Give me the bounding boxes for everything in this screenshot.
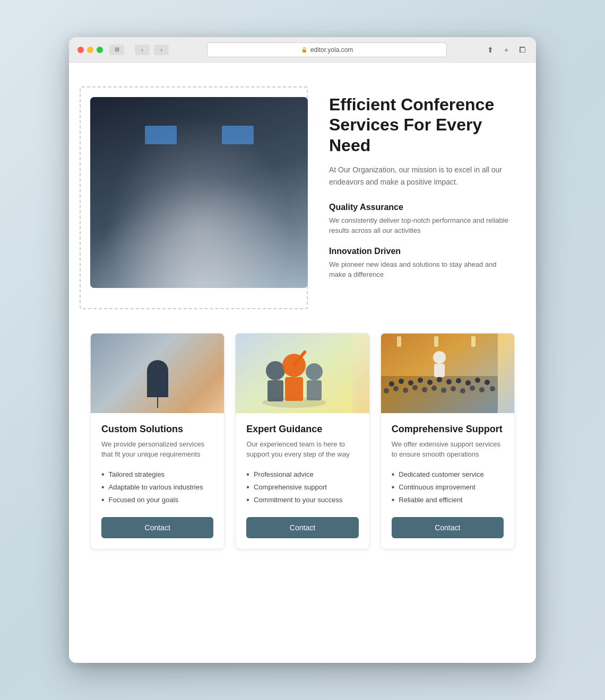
screen-left: [145, 126, 177, 144]
card-guidance-desc: Our experienced team is here to support …: [246, 439, 358, 460]
card-support-desc: We offer extensive support services to e…: [392, 439, 504, 460]
url-text: editor.yola.com: [310, 46, 353, 54]
svg-rect-6: [285, 377, 303, 401]
browser-content: Efficient Conference Services For Every …: [69, 63, 536, 663]
cards-grid: Custom Solutions We provide personalized…: [90, 333, 515, 549]
svg-rect-37: [397, 336, 401, 347]
feature-innovation-desc: We pioneer new ideas and solutions to st…: [329, 259, 509, 280]
svg-rect-36: [434, 364, 445, 377]
screen-right: [222, 126, 254, 144]
svg-point-32: [470, 386, 475, 391]
card-custom-desc: We provide personalized services that fi…: [101, 439, 213, 460]
svg-point-21: [475, 378, 480, 383]
traffic-lights: [77, 47, 103, 53]
hero-text: Efficient Conference Services For Every …: [329, 94, 509, 291]
card-image-microphone: [91, 334, 224, 413]
svg-point-19: [456, 378, 461, 383]
feature-innovation: Innovation Driven We pioneer new ideas a…: [329, 247, 509, 280]
hero-image: [90, 97, 308, 288]
svg-point-17: [437, 377, 442, 382]
card-custom-solutions: Custom Solutions We provide personalized…: [90, 333, 224, 549]
list-item: Comprehensive support: [246, 481, 358, 494]
list-item: Tailored strategies: [101, 468, 213, 481]
svg-point-28: [431, 386, 437, 391]
browser-window: ⊞ ‹ › 🔒 editor.yola.com ⬆ + ⧠: [69, 37, 536, 663]
card-custom-body: Custom Solutions We provide personalized…: [91, 413, 224, 549]
list-item: Dedicated customer service: [392, 468, 504, 481]
card-support-title: Comprehensive Support: [392, 424, 504, 435]
svg-rect-8: [307, 380, 322, 400]
svg-point-31: [460, 388, 465, 393]
svg-point-15: [418, 378, 423, 383]
card-guidance-list: Professional advice Comprehensive suppor…: [246, 468, 358, 506]
list-item: Continuous improvement: [392, 481, 504, 494]
minimize-button[interactable]: [87, 47, 93, 53]
svg-point-22: [485, 380, 490, 385]
list-item: Professional advice: [246, 468, 358, 481]
hero-section: Efficient Conference Services For Every …: [69, 63, 536, 322]
more-button[interactable]: ⧠: [517, 45, 528, 55]
svg-point-26: [412, 385, 418, 390]
close-button[interactable]: [77, 47, 84, 53]
list-item: Adaptable to various industries: [101, 481, 213, 494]
svg-rect-38: [434, 336, 438, 347]
card-comprehensive-support: Comprehensive Support We offer extensive…: [381, 333, 515, 549]
browser-chrome: ⊞ ‹ › 🔒 editor.yola.com ⬆ + ⧠: [69, 37, 536, 63]
card-image-guidance: [236, 334, 369, 413]
svg-point-27: [422, 387, 427, 392]
svg-point-14: [408, 380, 413, 386]
card-expert-guidance: Expert Guidance Our experienced team is …: [235, 333, 369, 549]
svg-rect-4: [267, 380, 283, 401]
feature-quality-title: Quality Assurance: [329, 203, 509, 212]
svg-point-20: [465, 380, 471, 386]
feature-innovation-title: Innovation Driven: [329, 247, 509, 256]
share-button[interactable]: ⬆: [485, 45, 496, 55]
svg-point-23: [384, 388, 389, 393]
svg-point-16: [427, 380, 433, 385]
add-tab-button[interactable]: +: [501, 45, 512, 55]
list-item: Commitment to your success: [246, 494, 358, 506]
contact-button-guidance[interactable]: Contact: [246, 517, 358, 538]
svg-point-13: [399, 379, 404, 384]
back-button[interactable]: ‹: [135, 45, 150, 55]
sidebar-toggle-button[interactable]: ⊞: [109, 45, 124, 55]
svg-point-3: [266, 361, 285, 380]
contact-button-support[interactable]: Contact: [392, 517, 504, 538]
hero-subtitle: At Our Organization, our mission is to e…: [329, 164, 509, 188]
svg-point-30: [451, 386, 456, 391]
microphone-icon: [147, 360, 168, 397]
lock-icon: 🔒: [301, 47, 307, 52]
hero-title: Efficient Conference Services For Every …: [329, 94, 509, 155]
address-bar[interactable]: 🔒 editor.yola.com: [207, 42, 447, 57]
browser-actions: ⬆ + ⧠: [485, 45, 528, 55]
browser-controls: ‹ ›: [135, 45, 169, 55]
svg-point-35: [433, 351, 446, 364]
conference-stage: [90, 173, 308, 288]
support-illustration: [381, 334, 498, 413]
conference-screens: [90, 126, 308, 144]
contact-button-custom[interactable]: Contact: [101, 517, 213, 538]
svg-point-34: [490, 386, 495, 391]
svg-point-12: [389, 381, 394, 387]
card-custom-title: Custom Solutions: [101, 424, 213, 435]
svg-point-18: [446, 379, 452, 384]
card-image-support: [381, 334, 514, 413]
svg-point-25: [403, 388, 408, 393]
svg-point-24: [393, 386, 399, 391]
svg-rect-39: [471, 336, 476, 347]
forward-button[interactable]: ›: [154, 45, 169, 55]
feature-quality: Quality Assurance We consistently delive…: [329, 203, 509, 236]
svg-point-33: [479, 387, 485, 392]
cards-section: Custom Solutions We provide personalized…: [69, 322, 536, 581]
list-item: Focused on your goals: [101, 494, 213, 506]
guidance-illustration: [236, 334, 352, 413]
card-support-body: Comprehensive Support We offer extensive…: [381, 413, 514, 549]
svg-point-29: [441, 388, 446, 393]
card-support-list: Dedicated customer service Continuous im…: [392, 468, 504, 506]
list-item: Reliable and efficient: [392, 494, 504, 506]
maximize-button[interactable]: [97, 47, 103, 53]
hero-image-wrapper: [90, 97, 308, 288]
card-custom-list: Tailored strategies Adaptable to various…: [101, 468, 213, 506]
feature-quality-desc: We consistently deliver top-notch perfor…: [329, 215, 509, 236]
svg-point-7: [306, 363, 323, 380]
